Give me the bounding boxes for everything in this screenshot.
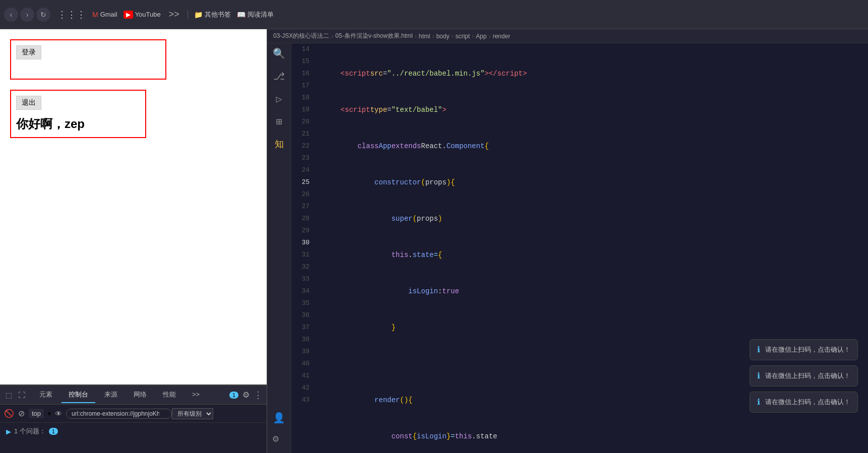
- nav-buttons: ‹ › ↻: [4, 8, 50, 22]
- reading-icon: 📖: [237, 11, 245, 19]
- folder-icon: 📁: [194, 11, 203, 19]
- notification-text-1: 请在微信上扫码，点击确认！: [765, 345, 850, 354]
- top-label[interactable]: top: [29, 409, 44, 418]
- notifications: ℹ 请在微信上扫码，点击确认！ ℹ 请在微信上扫码，点击确认！ ℹ 请在微信上扫…: [750, 339, 858, 413]
- left-panel: 登录 退出 你好啊，zep ⬚ ⛶ 元素 控制台 来源 网络 性能 >>: [0, 29, 267, 453]
- knowledge-sidebar-icon[interactable]: 知: [275, 138, 284, 150]
- bookmarks-bar: ⋮⋮⋮ M Gmail ▶ YouTube >> 📁 其他书签 📖 阅读清单: [54, 9, 277, 20]
- code-line-14: <script src="../react/babel.min.js"></sc…: [324, 68, 860, 80]
- clear-icon[interactable]: 🚫: [4, 409, 14, 418]
- breadcrumb-item-3[interactable]: html: [419, 33, 430, 40]
- ln-15: 15: [297, 55, 309, 68]
- ln-25: 25: [297, 176, 309, 188]
- reading-list-label: 阅读清单: [247, 10, 274, 19]
- tab-performance[interactable]: 性能: [156, 387, 183, 403]
- refresh-button[interactable]: ↻: [36, 8, 50, 22]
- tab-more[interactable]: >>: [185, 387, 207, 402]
- ln-43: 43: [297, 394, 309, 406]
- apps-bookmark[interactable]: ⋮⋮⋮: [57, 9, 86, 20]
- reading-list[interactable]: 📖 阅读清单: [237, 10, 274, 19]
- notification-text-2: 请在微信上扫码，点击确认！: [765, 371, 850, 380]
- ln-23: 23: [297, 152, 309, 164]
- user-sidebar-icon[interactable]: 👤: [273, 412, 285, 424]
- git-sidebar-icon[interactable]: ⎇: [273, 70, 285, 83]
- editor-area: 🔍 ⎇ ▷ ⊞ 知 👤 ⚙ 14 15 16 17: [267, 43, 868, 453]
- gmail-bookmark[interactable]: M Gmail: [92, 11, 117, 19]
- gmail-icon: M: [92, 11, 98, 19]
- logout-button[interactable]: 退出: [16, 96, 41, 110]
- info-icon-1: ℹ: [757, 345, 760, 355]
- filter-input[interactable]: [66, 409, 172, 419]
- search-sidebar-icon[interactable]: 🔍: [273, 47, 285, 60]
- breadcrumb-item-1[interactable]: 03-JSX的核心语法二: [273, 32, 329, 40]
- breadcrumb-item-5[interactable]: script: [455, 33, 470, 40]
- other-bookmarks[interactable]: 📁 其他书签: [194, 10, 231, 19]
- logout-box: 退出 你好啊，zep: [10, 90, 146, 138]
- code-line-19: this.state = {: [324, 249, 860, 261]
- forward-button[interactable]: ›: [20, 8, 34, 22]
- breadcrumb-item-4[interactable]: body: [436, 33, 449, 40]
- browser-bar: ‹ › ↻ ⋮⋮⋮ M Gmail ▶ YouTube >> 📁 其他书签 📖 …: [0, 0, 868, 29]
- breadcrumb-item-2[interactable]: 05-条件渲染v-show效果.html: [335, 32, 412, 40]
- console-badge: 1: [229, 392, 238, 399]
- ln-27: 27: [297, 201, 309, 213]
- notification-3[interactable]: ℹ 请在微信上扫码，点击确认！: [750, 392, 858, 413]
- ln-16: 16: [297, 68, 309, 80]
- problem-row: ▶ 1 个问题： 1: [6, 427, 261, 436]
- ln-14: 14: [297, 43, 309, 55]
- code-line-15: <script type="text/babel">: [324, 104, 860, 116]
- tab-network[interactable]: 网络: [127, 387, 154, 403]
- settings-icon[interactable]: ⚙: [242, 390, 250, 400]
- ln-40: 40: [297, 358, 309, 370]
- ln-42: 42: [297, 382, 309, 394]
- settings-sidebar-icon[interactable]: ⚙: [273, 432, 285, 445]
- devtools-panel: ⬚ ⛶ 元素 控制台 来源 网络 性能 >> 1 ⚙ ⋮ 🚫 ⊘ top: [0, 384, 267, 453]
- ln-22: 22: [297, 140, 309, 152]
- code-line-21: }: [324, 321, 860, 334]
- right-panel: 03-JSX的核心语法二 › 05-条件渲染v-show效果.html › ht…: [267, 29, 868, 453]
- info-icon-3: ℹ: [757, 397, 760, 407]
- block-icon[interactable]: ⊘: [18, 409, 25, 418]
- ln-36: 36: [297, 309, 309, 321]
- code-line-24: const {isLogin} = this.state: [324, 430, 860, 442]
- more-bookmarks-button[interactable]: >>: [167, 9, 181, 20]
- apps-icon: ⋮⋮⋮: [57, 9, 86, 20]
- code-line-16: class App extends React.Component {: [324, 140, 860, 152]
- login-button[interactable]: 登录: [16, 45, 41, 59]
- youtube-icon: ▶: [123, 11, 133, 19]
- devtools-toolbar: 🚫 ⊘ top ▾ 👁 ✕ 所有级别: [0, 405, 267, 423]
- inspect-icon[interactable]: ⬚: [4, 391, 13, 400]
- breadcrumb-item-6[interactable]: App: [476, 33, 486, 40]
- ln-20: 20: [297, 116, 309, 128]
- ln-41: 41: [297, 370, 309, 382]
- code-line-18: super(props): [324, 213, 860, 225]
- youtube-label: YouTube: [135, 11, 161, 18]
- breadcrumb-item-7[interactable]: render: [492, 33, 510, 40]
- tab-elements[interactable]: 元素: [32, 387, 59, 403]
- tab-console[interactable]: 控制台: [61, 387, 95, 403]
- notification-1[interactable]: ℹ 请在微信上扫码，点击确认！: [750, 339, 858, 360]
- run-sidebar-icon[interactable]: ▷: [276, 93, 282, 105]
- editor-wrapper: 14 15 16 17 18 19 20 21 22 23 24 25 26 2…: [291, 43, 868, 453]
- expand-arrow[interactable]: ▶: [6, 428, 11, 435]
- level-select[interactable]: 所有级别: [172, 408, 213, 419]
- devtools-icons: ⬚ ⛶: [4, 391, 26, 400]
- ln-39: 39: [297, 346, 309, 358]
- notification-2[interactable]: ℹ 请在微信上扫码，点击确认！: [750, 365, 858, 386]
- ln-35: 35: [297, 297, 309, 309]
- tab-sources[interactable]: 来源: [97, 387, 125, 403]
- more-options-icon[interactable]: ⋮: [254, 390, 263, 401]
- youtube-bookmark[interactable]: ▶ YouTube: [123, 11, 161, 19]
- info-icon-2: ℹ: [757, 371, 760, 381]
- other-bookmarks-label: 其他书签: [205, 10, 231, 19]
- ln-34: 34: [297, 285, 309, 297]
- code-line-17: constructor(props) {: [324, 176, 860, 188]
- main-area: 登录 退出 你好啊，zep ⬚ ⛶ 元素 控制台 来源 网络 性能 >>: [0, 29, 868, 453]
- login-box: 登录: [10, 39, 166, 80]
- ln-19: 19: [297, 104, 309, 116]
- eye-icon[interactable]: 👁: [55, 410, 62, 418]
- cursor-icon[interactable]: ⛶: [17, 391, 26, 400]
- back-button[interactable]: ‹: [4, 8, 18, 22]
- editor-sidebar: 🔍 ⎇ ▷ ⊞ 知 👤 ⚙: [267, 43, 291, 453]
- extensions-sidebar-icon[interactable]: ⊞: [276, 115, 282, 128]
